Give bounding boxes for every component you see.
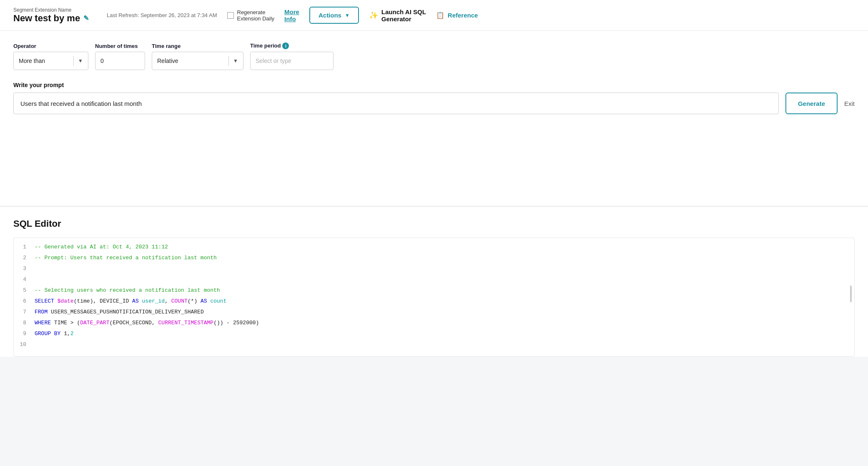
- operator-group: Operator More than ▼: [13, 43, 88, 70]
- line-number: 9: [14, 331, 35, 337]
- prompt-label: Write your prompt: [13, 82, 855, 88]
- sql-line: 5 -- Selecting users who received a noti…: [14, 286, 854, 297]
- refresh-text: Last Refresh: September 26, 2023 at 7:34…: [107, 12, 217, 18]
- line-code: [35, 266, 854, 272]
- number-label: Number of times: [95, 43, 145, 49]
- exit-link[interactable]: Exit: [844, 100, 855, 107]
- line-number: 3: [14, 266, 35, 272]
- line-code: [35, 341, 854, 348]
- sql-line: 3: [14, 265, 854, 276]
- regen-label-text: RegenerateExtension Daily: [237, 9, 275, 22]
- regen-checkbox-label[interactable]: RegenerateExtension Daily: [227, 9, 275, 22]
- info-icon[interactable]: i: [282, 43, 289, 49]
- line-number: 7: [14, 309, 35, 315]
- time-period-label: Time periodi: [250, 43, 334, 49]
- line-code: -- Generated via AI at: Oct 4, 2023 11:1…: [35, 244, 854, 250]
- reference-button[interactable]: 📋 Reference: [436, 11, 478, 19]
- sql-line: 1 -- Generated via AI at: Oct 4, 2023 11…: [14, 243, 854, 254]
- time-period-placeholder: Select or type: [256, 58, 291, 64]
- chevron-down-icon: ▼: [233, 58, 238, 64]
- time-range-select[interactable]: Relative ▼: [152, 52, 243, 70]
- line-number: 6: [14, 298, 35, 304]
- title-block: Segment Extension Name New test by me ✎: [13, 7, 97, 24]
- main-content: Operator More than ▼ Number of times Tim…: [0, 31, 868, 206]
- line-number: 8: [14, 320, 35, 326]
- reference-label: Reference: [448, 12, 478, 19]
- segment-name: New test by me: [13, 13, 80, 24]
- line-code: -- Prompt: Users that received a notific…: [35, 255, 854, 261]
- line-number: 5: [14, 287, 35, 293]
- sql-line: 2 -- Prompt: Users that received a notif…: [14, 254, 854, 265]
- magic-wand-icon: ✨: [369, 11, 378, 20]
- filter-row: Operator More than ▼ Number of times Tim…: [13, 43, 855, 70]
- line-code: WHERE TIME > (DATE_PART(EPOCH_SECOND, CU…: [35, 320, 854, 326]
- ai-generator-button[interactable]: ✨ Launch AI SQLGenerator: [369, 8, 426, 23]
- time-period-input[interactable]: Select or type: [250, 52, 334, 70]
- operator-value: More than: [19, 58, 69, 64]
- line-code: FROM USERS_MESSAGES_PUSHNOTIFICATION_DEL…: [35, 309, 854, 315]
- separator: [228, 56, 229, 66]
- generate-button[interactable]: Generate: [785, 93, 838, 114]
- sql-section: SQL Editor 1 -- Generated via AI at: Oct…: [0, 206, 868, 357]
- actions-label: Actions: [319, 12, 341, 19]
- line-number: 10: [14, 341, 35, 348]
- prompt-input[interactable]: [13, 93, 779, 114]
- line-code: [35, 276, 854, 283]
- book-icon: 📋: [436, 11, 444, 19]
- number-input[interactable]: [95, 52, 145, 70]
- sql-line: 9 GROUP BY 1,2: [14, 330, 854, 341]
- separator: [73, 56, 74, 66]
- line-code: GROUP BY 1,2: [35, 331, 854, 337]
- edit-icon[interactable]: ✎: [83, 14, 89, 22]
- sql-line: 4: [14, 276, 854, 286]
- line-code: SELECT $date(time), DEVICE_ID AS user_id…: [35, 298, 854, 304]
- sql-line: 6 SELECT $date(time), DEVICE_ID AS user_…: [14, 297, 854, 308]
- title-name-row: New test by me ✎: [13, 13, 97, 24]
- line-number: 4: [14, 276, 35, 283]
- ai-btn-label: Launch AI SQLGenerator: [381, 8, 426, 23]
- time-range-label: Time range: [152, 43, 243, 49]
- sql-line: 8 WHERE TIME > (DATE_PART(EPOCH_SECOND, …: [14, 319, 854, 330]
- scrollbar[interactable]: [850, 286, 852, 302]
- sql-editor-title: SQL Editor: [13, 218, 855, 229]
- sql-line: 10: [14, 341, 854, 351]
- time-range-value: Relative: [157, 58, 224, 64]
- sql-editor[interactable]: 1 -- Generated via AI at: Oct 4, 2023 11…: [13, 238, 855, 357]
- time-period-group: Time periodi Select or type: [250, 43, 334, 70]
- sql-line: 7 FROM USERS_MESSAGES_PUSHNOTIFICATION_D…: [14, 308, 854, 319]
- line-number: 1: [14, 244, 35, 250]
- operator-label: Operator: [13, 43, 88, 49]
- actions-button[interactable]: Actions ▼: [309, 7, 359, 24]
- chevron-down-icon: ▼: [345, 13, 350, 18]
- operator-select[interactable]: More than ▼: [13, 52, 88, 70]
- segment-extension-label: Segment Extension Name: [13, 7, 97, 13]
- line-code: -- Selecting users who received a notifi…: [35, 287, 854, 293]
- chevron-down-icon: ▼: [78, 58, 83, 64]
- regen-checkbox[interactable]: [227, 12, 234, 19]
- prompt-section: Write your prompt Generate Exit: [13, 82, 855, 114]
- more-info-link[interactable]: MoreInfo: [284, 8, 299, 23]
- number-group: Number of times: [95, 43, 145, 70]
- line-number: 2: [14, 255, 35, 261]
- top-bar: Segment Extension Name New test by me ✎ …: [0, 0, 868, 31]
- time-range-group: Time range Relative ▼: [152, 43, 243, 70]
- prompt-row: Generate Exit: [13, 93, 855, 114]
- sql-lines: 1 -- Generated via AI at: Oct 4, 2023 11…: [14, 238, 854, 356]
